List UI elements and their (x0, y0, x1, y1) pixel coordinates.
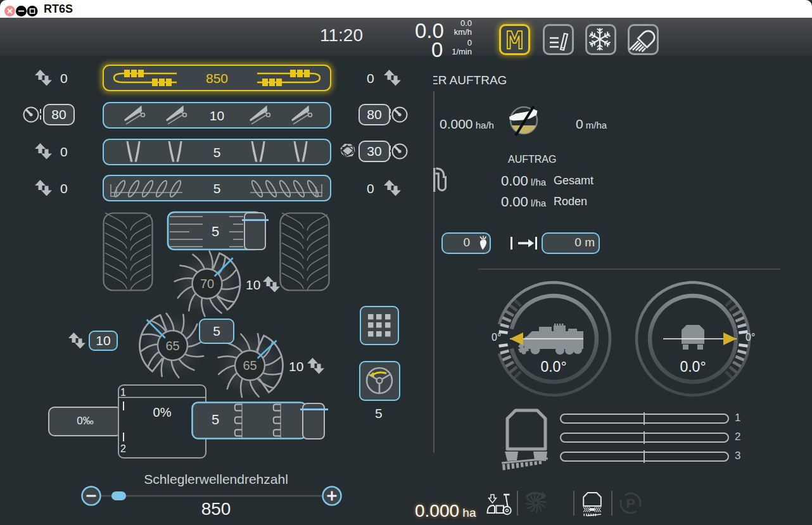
svg-text:65: 65 (165, 339, 179, 353)
svg-text:5: 5 (212, 412, 219, 427)
svg-text:70: 70 (200, 277, 214, 291)
svg-text:P: P (626, 496, 635, 510)
svg-text:65: 65 (243, 358, 257, 372)
